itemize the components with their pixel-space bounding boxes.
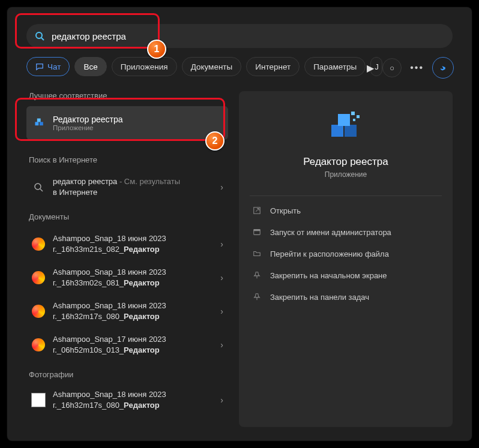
- section-web-title: Поиск в Интернете: [29, 155, 228, 164]
- play-icon[interactable]: ▶: [367, 62, 374, 74]
- start-search-window: Чат Все Приложения Документы Интернет Па…: [7, 7, 472, 441]
- action-open[interactable]: Открыть: [239, 200, 453, 221]
- divider: [250, 196, 442, 196]
- document-item-text: Ashampoo_Snap_18 июня 2023 г._16h32m17s_…: [53, 300, 220, 321]
- account-button[interactable]: ○: [382, 58, 402, 77]
- svg-point-5: [35, 184, 41, 190]
- section-best-match-title: Лучшее соответствие: [29, 91, 228, 100]
- best-match-text: Редактор реестра Приложение: [53, 115, 123, 131]
- open-icon: [252, 206, 262, 215]
- best-match-item[interactable]: Редактор реестра Приложение: [26, 106, 228, 140]
- section-photos-title: Фотографии: [29, 370, 228, 379]
- search-input[interactable]: [50, 31, 233, 42]
- regedit-large-icon: [327, 107, 365, 145]
- svg-rect-3: [40, 122, 43, 125]
- results-left-column: Лучшее соответствие Редактор реестра При…: [26, 91, 228, 415]
- detail-subtitle: Приложение: [325, 170, 367, 179]
- best-match-title: Редактор реестра: [53, 115, 123, 124]
- web-search-item[interactable]: редактор реестра - См. результаты в Инте…: [26, 170, 228, 204]
- document-icon: [31, 304, 46, 318]
- document-item[interactable]: Ashampoo_Snap_18 июня 2023 г._16h33m21s_…: [26, 227, 228, 261]
- detail-hero: Редактор реестра Приложение: [239, 91, 453, 192]
- action-label: Закрепить на начальном экране: [270, 271, 387, 280]
- section-documents-title: Документы: [29, 212, 228, 221]
- tab-label: Документы: [191, 62, 233, 71]
- best-match-subtitle: Приложение: [53, 124, 123, 131]
- svg-rect-15: [254, 230, 261, 231]
- photo-item-text: Ashampoo_Snap_18 июня 2023 г._16h32m17s_…: [53, 389, 220, 410]
- chevron-right-icon: ›: [220, 306, 223, 316]
- chevron-right-icon: ›: [220, 182, 223, 192]
- document-icon: [31, 270, 46, 285]
- chevron-right-icon: ›: [220, 239, 223, 249]
- pin-icon: [252, 270, 262, 280]
- action-label: Открыть: [270, 206, 301, 215]
- action-run-as-admin[interactable]: Запуск от имени администратора: [239, 221, 453, 243]
- document-item[interactable]: Ashampoo_Snap_17 июня 2023 г._06h52m10s_…: [26, 328, 228, 362]
- tabs-right-controls: ▶ ○ •••: [367, 57, 454, 79]
- document-item[interactable]: Ashampoo_Snap_18 июня 2023 г._16h33m02s_…: [26, 261, 228, 294]
- tab-label: Все: [83, 62, 97, 71]
- svg-line-6: [40, 189, 43, 191]
- svg-line-1: [41, 38, 44, 40]
- tab-all[interactable]: Все: [74, 57, 106, 76]
- search-icon: [35, 31, 44, 41]
- tab-settings[interactable]: Параметры: [304, 57, 366, 76]
- tab-label: Приложения: [121, 62, 168, 71]
- svg-rect-12: [353, 119, 355, 121]
- svg-rect-9: [338, 114, 350, 126]
- document-icon: [31, 338, 46, 352]
- svg-rect-4: [37, 119, 41, 122]
- bing-button[interactable]: [432, 57, 454, 79]
- action-pin-taskbar[interactable]: Закрепить на панели задач: [239, 286, 453, 308]
- tab-documents[interactable]: Документы: [182, 57, 242, 76]
- chevron-right-icon: ›: [220, 340, 223, 350]
- action-label: Закрепить на панели задач: [270, 293, 369, 302]
- more-icon[interactable]: •••: [410, 62, 424, 73]
- svg-rect-11: [357, 115, 360, 118]
- folder-icon: [252, 249, 262, 258]
- document-item[interactable]: Ashampoo_Snap_18 июня 2023 г._16h32m17s_…: [26, 294, 228, 328]
- svg-rect-8: [345, 125, 357, 137]
- tab-web[interactable]: Интернет: [246, 57, 300, 76]
- search-icon: [31, 180, 46, 194]
- tab-label: Чат: [47, 62, 61, 71]
- chevron-right-icon: ›: [220, 395, 223, 405]
- chevron-right-icon: ›: [220, 273, 223, 282]
- photo-item[interactable]: Ashampoo_Snap_18 июня 2023 г._16h32m17s_…: [26, 385, 228, 415]
- action-pin-start[interactable]: Закрепить на начальном экране: [239, 264, 453, 286]
- pin-icon: [252, 292, 262, 302]
- svg-rect-10: [351, 112, 355, 115]
- detail-panel: Редактор реестра Приложение Открыть Запу…: [239, 91, 453, 427]
- action-label: Запуск от имени администратора: [270, 228, 391, 237]
- tab-apps[interactable]: Приложения: [112, 57, 177, 76]
- regedit-icon: [34, 117, 46, 129]
- action-label: Перейти к расположению файла: [270, 249, 389, 258]
- svg-rect-2: [35, 122, 39, 125]
- tab-label: Интернет: [255, 62, 291, 71]
- circle-icon: ○: [390, 64, 394, 73]
- document-item-text: Ashampoo_Snap_18 июня 2023 г._16h33m02s_…: [53, 267, 220, 288]
- document-item-text: Ashampoo_Snap_18 июня 2023 г._16h33m21s_…: [53, 233, 220, 254]
- web-item-text: редактор реестра - См. результаты в Инте…: [53, 176, 220, 197]
- shield-icon: [252, 227, 262, 237]
- search-tabs: Чат Все Приложения Документы Интернет Па…: [26, 57, 382, 76]
- document-item-text: Ashampoo_Snap_17 июня 2023 г._06h52m10s_…: [53, 334, 220, 355]
- photo-icon: [31, 393, 46, 407]
- svg-rect-7: [331, 125, 343, 137]
- tab-label: Параметры: [313, 62, 357, 71]
- detail-title: Редактор реестра: [303, 156, 388, 168]
- search-bar[interactable]: [26, 24, 453, 48]
- svg-point-0: [36, 32, 42, 38]
- document-icon: [31, 237, 46, 251]
- action-open-location[interactable]: Перейти к расположению файла: [239, 243, 453, 264]
- tab-chat[interactable]: Чат: [26, 57, 70, 76]
